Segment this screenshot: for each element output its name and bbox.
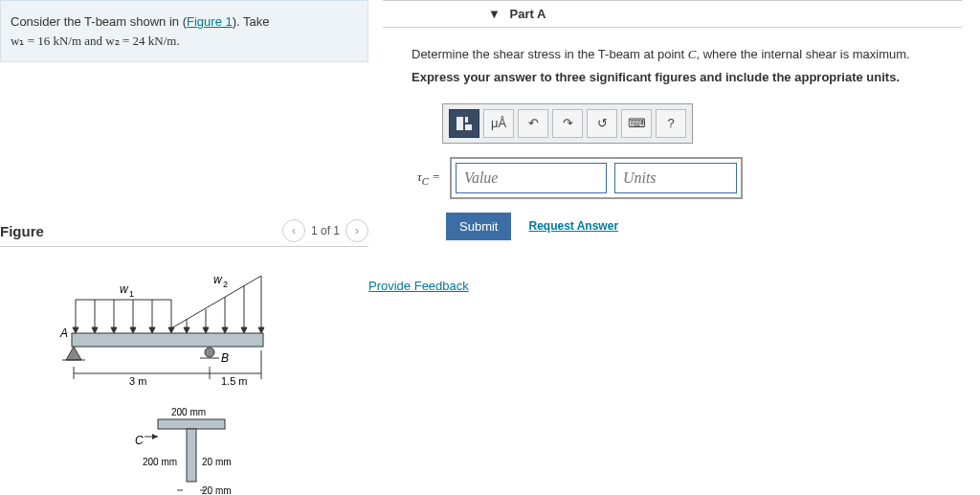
undo-button[interactable]: ↶ [518,109,548,138]
feedback-section: Provide Feedback [368,279,962,293]
svg-rect-0 [72,333,263,347]
prompt-equation: w₁ = 16 kN/m and w₂ = 24 kN/m. [11,34,180,48]
figure-link[interactable]: Figure 1 [187,14,233,29]
svg-marker-8 [92,327,98,333]
svg-marker-10 [111,327,117,333]
svg-text:2: 2 [223,280,228,289]
svg-rect-54 [465,117,468,123]
svg-marker-1 [66,347,81,360]
svg-text:w: w [213,276,223,286]
part-header[interactable]: ▼ Part A [383,0,962,28]
help-button[interactable]: ? [656,109,686,138]
figure-pager: ‹ 1 of 1 › [282,219,368,242]
next-figure-button[interactable]: › [345,219,368,242]
svg-marker-14 [149,327,155,333]
collapse-icon: ▼ [488,7,501,21]
instruction-2: Express your answer to three significant… [412,68,962,88]
instruction-1: Determine the shear stress in the T-beam… [412,45,962,65]
figure-header: Figure ‹ 1 of 1 › [0,215,368,247]
keyboard-button[interactable]: ⌨ [621,109,652,138]
svg-rect-53 [457,117,463,130]
svg-marker-12 [130,327,136,333]
svg-text:1.5 m: 1.5 m [221,375,248,387]
svg-marker-25 [241,327,247,333]
svg-text:200 mm: 200 mm [171,407,206,417]
figure-title: Figure [0,223,44,239]
svg-rect-42 [158,419,225,429]
request-answer-link[interactable]: Request Answer [528,219,618,233]
svg-rect-43 [187,429,196,482]
problem-statement: Consider the T-beam shown in (Figure 1).… [0,0,368,62]
units-button[interactable]: μÅ [483,109,514,138]
svg-text:3 m: 3 m [129,375,146,387]
answer-toolbar: μÅ ↶ ↷ ↺ ⌨ ? [442,103,693,144]
figure-counter: 1 of 1 [311,224,340,237]
tau-label: τC = [417,169,440,187]
value-input[interactable] [456,163,607,193]
svg-text:20 mm: 20 mm [202,457,232,467]
svg-text:w: w [120,282,129,296]
svg-marker-23 [222,327,228,333]
provide-feedback-link[interactable]: Provide Feedback [368,279,469,293]
reset-button[interactable]: ↺ [587,109,617,138]
svg-marker-47 [152,434,158,439]
prompt-text-2: ). Take [233,14,270,29]
svg-text:B: B [221,351,229,365]
redo-button[interactable]: ↷ [552,109,583,138]
svg-rect-55 [465,124,472,130]
prompt-text-1: Consider the T-beam shown in ( [11,14,187,29]
submit-button[interactable]: Submit [446,213,511,240]
svg-point-3 [205,348,214,357]
svg-text:A: A [59,326,68,340]
svg-text:20 mm: 20 mm [202,485,232,495]
answer-inputs [450,157,743,199]
part-title: Part A [510,7,546,21]
prev-figure-button[interactable]: ‹ [282,219,305,242]
answer-row: τC = [417,157,962,199]
svg-text:C: C [135,434,144,447]
svg-marker-19 [184,327,189,333]
templates-button[interactable] [449,109,479,138]
svg-text:200 mm: 200 mm [143,457,177,467]
units-input[interactable] [614,163,737,193]
figure-diagram: w1 w2 A B 3 m 1.5 m 200 mm C 200 mm 20 m… [53,276,368,495]
svg-marker-6 [73,327,78,333]
svg-marker-21 [203,327,209,333]
svg-text:1: 1 [129,289,134,299]
svg-marker-27 [258,327,264,333]
